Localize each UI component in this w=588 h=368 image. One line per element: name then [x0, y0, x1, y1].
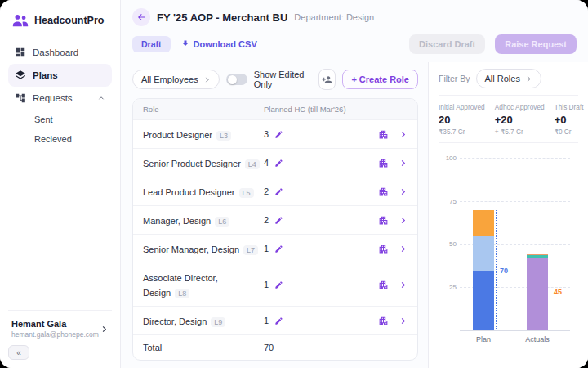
sidebar-item-plans[interactable]: Plans: [8, 64, 112, 87]
chevron-right-icon: [203, 76, 211, 83]
chevron-right-icon: [525, 75, 532, 83]
gridline: [460, 158, 570, 159]
person-add-icon: [322, 74, 332, 85]
page-header: FY '25 AOP - Merchant BU Department: Des…: [121, 0, 588, 29]
role-level-badge: L7: [243, 245, 258, 255]
department-label: Department: Design: [294, 12, 374, 22]
planned-hc-value: 2: [264, 215, 269, 225]
add-person-button[interactable]: [318, 69, 336, 90]
chevron-right-icon[interactable]: [399, 245, 408, 254]
stat-value: 20: [439, 114, 485, 126]
chevron-right-icon[interactable]: [399, 187, 408, 196]
table-row[interactable]: Lead Product DesignerL52: [133, 177, 417, 205]
show-edited-only-label: Show Edited Only: [254, 70, 312, 89]
app-logo: HeadcountPro: [8, 11, 112, 41]
stat-label: Adhoc Approved: [495, 103, 545, 111]
employees-dropdown-label: All Employees: [141, 74, 198, 84]
chevron-right-icon[interactable]: [399, 130, 408, 139]
show-edited-only-toggle[interactable]: [226, 74, 247, 85]
roles-dropdown[interactable]: All Roles: [476, 69, 541, 88]
org-building-icon[interactable]: [378, 186, 389, 197]
row-actions: [355, 280, 408, 290]
bar-segment: [473, 236, 494, 271]
role-cell: Product DesignerL3: [143, 127, 264, 141]
stat-value: +20: [495, 114, 545, 126]
planned-hc-cell: 1: [264, 244, 355, 254]
table-header: Role Planned HC (till Mar'26): [133, 99, 417, 119]
edit-icon[interactable]: [274, 187, 283, 196]
chevron-right-icon[interactable]: [399, 316, 408, 325]
role-level-badge: L4: [245, 159, 260, 169]
page-title: FY '25 AOP - Merchant BU: [157, 11, 287, 24]
create-role-button[interactable]: + Create Role: [342, 70, 418, 89]
sidebar-item-sent[interactable]: Sent: [8, 110, 112, 129]
edit-icon[interactable]: [274, 280, 283, 289]
table-row[interactable]: Product DesignerL33: [133, 119, 417, 148]
planned-hc-value: 1: [264, 316, 269, 325]
table-row[interactable]: Associate Director, DesignL81: [133, 263, 417, 306]
edit-icon[interactable]: [274, 316, 283, 325]
bar-total-line: [496, 210, 497, 330]
org-building-icon[interactable]: [378, 244, 389, 254]
back-arrow-icon: [136, 12, 146, 22]
planned-hc-value: 4: [264, 158, 269, 168]
user-email: hemant.gala@phonepe.com: [11, 330, 96, 339]
y-tick-label: 100: [440, 155, 457, 162]
chevron-right-icon[interactable]: [399, 216, 408, 225]
chevron-right-icon[interactable]: [399, 159, 408, 168]
edit-icon[interactable]: [274, 159, 283, 168]
user-profile[interactable]: Hemant Gala hemant.gala@phonepe.com: [8, 310, 112, 345]
status-badge: Draft: [132, 36, 171, 52]
table-row[interactable]: Manager, DesignL62: [133, 205, 417, 234]
edit-icon[interactable]: [274, 130, 283, 139]
role-cell: Director, DesignL9: [143, 313, 264, 328]
table-row[interactable]: Senior Manager, DesignL71: [133, 234, 417, 263]
planned-hc-value: 2: [264, 186, 269, 196]
discard-draft-button[interactable]: Discard Draft: [409, 34, 485, 54]
table-row[interactable]: Senior Product DesignerL44: [133, 148, 417, 177]
org-building-icon[interactable]: [378, 316, 389, 326]
download-csv-label: Download CSV: [194, 39, 257, 49]
sidebar-item-dashboard[interactable]: Dashboard: [8, 41, 112, 64]
sidebar-item-label: Requests: [33, 93, 73, 103]
bar-total-line: [550, 254, 550, 331]
filter-by-row: Filter By All Roles: [439, 69, 578, 96]
org-building-icon[interactable]: [378, 280, 389, 290]
chevron-right-icon: [100, 325, 109, 334]
row-actions: [355, 158, 408, 168]
planned-hc-cell: 2: [264, 186, 355, 196]
sidebar: HeadcountPro Dashboard Plans Requests Se…: [0, 0, 121, 368]
back-button[interactable]: [132, 8, 150, 26]
employees-dropdown[interactable]: All Employees: [132, 70, 220, 89]
org-building-icon[interactable]: [378, 129, 389, 140]
chevron-up-icon: [97, 94, 105, 102]
sidebar-item-requests[interactable]: Requests: [8, 87, 112, 110]
table-row[interactable]: Director, DesignL91: [133, 306, 417, 334]
planned-hc-cell: 2: [264, 215, 355, 225]
action-row: Draft Download CSV Discard Draft Raise R…: [121, 29, 588, 62]
sidebar-collapse-button[interactable]: «: [8, 345, 29, 360]
download-csv-link[interactable]: Download CSV: [180, 39, 257, 49]
bar-total-label: 45: [554, 288, 562, 296]
org-building-icon[interactable]: [378, 215, 389, 226]
bar-segment: [527, 255, 548, 258]
sidebar-item-label: Plans: [33, 70, 58, 80]
roles-dropdown-label: All Roles: [485, 74, 520, 83]
role-level-badge: L5: [239, 188, 254, 198]
planned-hc-cell: 3: [264, 129, 355, 139]
edit-icon[interactable]: [274, 245, 283, 254]
chevron-right-icon[interactable]: [399, 280, 408, 289]
raise-request-button[interactable]: Raise Request: [495, 34, 577, 54]
x-axis-label: Actuals: [525, 335, 550, 343]
stat-sub: ₹35.7 Cr: [439, 128, 485, 136]
column-planned-hc: Planned HC (till Mar'26): [264, 105, 355, 114]
role-level-badge: L6: [215, 217, 229, 227]
sidebar-item-recieved[interactable]: Recieved: [8, 129, 112, 149]
edit-icon[interactable]: [274, 216, 283, 225]
filter-by-label: Filter By: [439, 74, 470, 83]
stat-adhoc-approved: Adhoc Approved +20 + ₹5.7 Cr: [495, 103, 545, 136]
y-tick-label: 50: [440, 240, 457, 248]
org-building-icon[interactable]: [378, 158, 389, 168]
planned-hc-cell: 4: [264, 158, 355, 168]
x-axis-label: Plan: [476, 335, 491, 343]
